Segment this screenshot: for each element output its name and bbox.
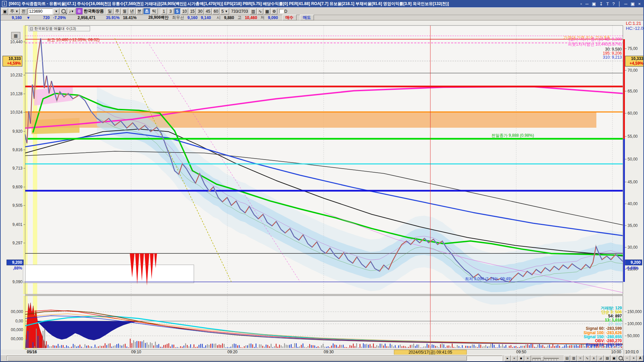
sub-left-label: 00,000	[11, 309, 23, 314]
lc-label: LC:1.21	[626, 21, 641, 26]
interval-button-15[interactable]: 15	[189, 8, 196, 14]
prev-close-label: 전일종가 9,888 (0.98%)	[491, 133, 534, 138]
best-bid: 9,140	[201, 15, 211, 20]
chart-option-icon-7[interactable]: ▣	[611, 355, 617, 361]
d-checkbox-label: D	[284, 9, 287, 14]
low-annotation: 최저 9,090 (1.21%, 09:49)	[465, 277, 512, 281]
right-axis-label: 50,00	[628, 157, 638, 162]
period-button-group: 일주월년분초틱	[107, 8, 158, 14]
chart-option-icon-5[interactable]: ⊿	[597, 355, 604, 361]
rewind-icon[interactable]: «	[511, 355, 518, 361]
sub-right-label: 100,000	[627, 321, 642, 326]
interval-button-45[interactable]: 45	[205, 8, 212, 14]
stock-name-label: 한국화장품	[83, 8, 106, 14]
period-button-주[interactable]: 주	[114, 8, 121, 14]
gear-icon[interactable]: ⚙	[271, 8, 277, 14]
period-button-일[interactable]: 일	[107, 8, 113, 14]
cascade-icon[interactable]: ▣	[592, 1, 596, 6]
hc-label: HC:-12.0	[626, 26, 643, 31]
forward-icon[interactable]: »	[525, 355, 531, 361]
svg-text:2024/05/17(금) 09:41:05: 2024/05/17(금) 09:41:05	[409, 350, 452, 355]
market-combo[interactable]: 주 ▼	[9, 8, 19, 14]
crosshair-price-badge: 10,333+4,59%	[625, 56, 644, 66]
zoom-in-button[interactable]: +	[631, 355, 637, 361]
stock-code-input[interactable]: 123690	[28, 8, 53, 14]
code-dropdown-icon[interactable]: ▼	[53, 8, 59, 14]
stop-icon[interactable]: ■	[518, 355, 524, 361]
high-annotation: 최고 10,460 (-12.05%, 09:02)	[47, 38, 100, 42]
amount-value: 28,906백만	[148, 15, 169, 20]
price-info-bar: 9,160 ▼ 720 -7.29% 2,958,471 35.91% 18.4…	[1, 15, 643, 20]
high-price: 10,460	[245, 15, 257, 20]
chart-option-icon-4[interactable]: ∧	[591, 355, 597, 361]
font-size-button[interactable]: A	[637, 355, 644, 361]
slider-knob[interactable]	[541, 356, 544, 361]
svg-text:+4,59%: +4,59%	[7, 61, 21, 66]
zoom-out-button[interactable]: −	[624, 355, 631, 361]
interval-button-10[interactable]: 10	[181, 8, 188, 14]
maximize-icon[interactable]: ▣	[631, 1, 635, 6]
scrollbar-thumb[interactable]	[7, 356, 467, 361]
restore-icon[interactable]: ▫	[581, 1, 582, 6]
window-select-icon[interactable]: ▣	[2, 8, 8, 14]
right-axis-label: 70,00	[628, 68, 638, 73]
title-bar: 1 [0601] 주식종합차트 - 유통비율[47.1] 주식수[16,068(…	[1, 0, 643, 7]
svg-text:한국화장품 매물대 수(13): 한국화장품 매물대 수(13)	[34, 26, 76, 31]
sub-right-label: 50,000	[627, 334, 640, 338]
speed-slider[interactable]	[532, 356, 562, 361]
sell-button[interactable]: 매도	[300, 15, 314, 20]
pin-icon[interactable]: ↧	[599, 1, 603, 6]
time-label: 09:20	[227, 350, 237, 354]
interval-button-5[interactable]: 5	[174, 8, 180, 14]
chart-option-icon-1[interactable]: ▥	[571, 355, 577, 361]
magnifier-icon	[619, 356, 623, 360]
interval-combo[interactable]: 5 ▼	[220, 8, 229, 14]
save-icon[interactable]: ▦	[264, 8, 270, 14]
sound-button[interactable]: ♪▼	[68, 8, 75, 14]
minimize-icon[interactable]: ─	[624, 1, 627, 6]
left-axis-label: 9,297	[12, 241, 22, 245]
price-change: 720	[43, 15, 50, 20]
chart-option-icon-2[interactable]: ≈	[577, 355, 584, 361]
sub-left-label: 00,000	[11, 337, 23, 341]
prev-stock-button[interactable]: 전	[20, 8, 27, 14]
interval-button-60[interactable]: 60	[212, 8, 219, 14]
left-axis-label: 10,024	[10, 110, 22, 115]
status-bar: ▸«■» ▤▥≈∿∧⊿▨▣ − + A	[1, 355, 643, 361]
help-icon[interactable]: ?	[612, 1, 615, 6]
chevron-down-icon: ▼	[225, 10, 228, 13]
low-label: 저	[261, 15, 265, 20]
right-axis-label: 55,00	[628, 134, 638, 139]
interval-button-30[interactable]: 30	[197, 8, 204, 14]
d-checkbox[interactable]	[279, 9, 284, 13]
play-icon[interactable]: ▸	[504, 355, 511, 361]
interval-button-3[interactable]: 3	[168, 8, 174, 14]
period-button-월[interactable]: 월	[121, 8, 128, 14]
horizontal-scrollbar[interactable]	[7, 356, 502, 361]
chart-type-icon[interactable]: ▥	[250, 8, 256, 14]
svg-text:9,200: 9,200	[631, 260, 641, 265]
svg-text:+4,59%: +4,59%	[630, 61, 643, 66]
down-arrow-icon: ▼	[26, 15, 30, 20]
chart-option-icon-3[interactable]: ∿	[584, 355, 590, 361]
interval-button-1[interactable]: 1	[161, 8, 167, 14]
zoom-search-button[interactable]	[618, 355, 624, 361]
chart-option-icon-0[interactable]: ▤	[564, 355, 570, 361]
stock-chart-window: 1 [0601] 주식종합차트 - 유통비율[47.1] 주식수[16,068(…	[0, 0, 644, 362]
line-style-icon[interactable]: ∿	[257, 8, 263, 14]
grid-toggle-button[interactable]: ▦	[11, 32, 20, 39]
period-button-틱[interactable]: 틱	[151, 8, 158, 14]
period-button-년[interactable]: 년	[129, 8, 136, 14]
period-button-초[interactable]: 초	[144, 8, 150, 14]
search-button[interactable]	[60, 8, 67, 14]
window-number-badge: 1	[2, 1, 7, 6]
right-axis-label: 45,00	[628, 180, 638, 184]
chart-canvas[interactable]: 10,44010,23210,12810,0249,9209,8169,7139…	[1, 20, 644, 355]
close-icon[interactable]: ×	[638, 1, 641, 6]
chart-option-icon-6[interactable]: ▨	[604, 355, 610, 361]
minimize-icon[interactable]: ─	[585, 1, 588, 6]
buy-button[interactable]: 매수	[282, 15, 297, 20]
period-button-분[interactable]: 분	[136, 8, 143, 14]
text-icon[interactable]: T	[606, 1, 609, 6]
crosshair-price-badge: 10,333+4,59%	[3, 56, 22, 66]
